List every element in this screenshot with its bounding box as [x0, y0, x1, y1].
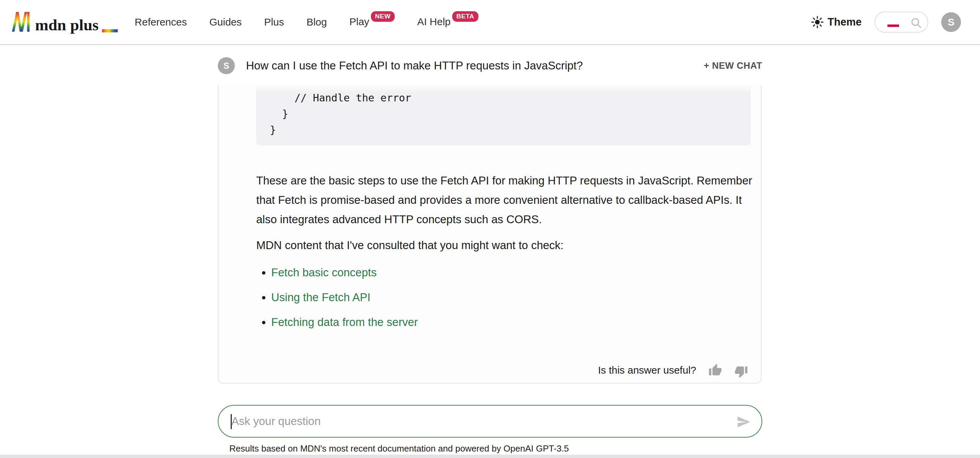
top-navigation-bar: mdn plus References Guides Plus Blog Pla…: [0, 0, 980, 45]
list-item: Fetch basic concepts: [271, 265, 418, 280]
list-item: Using the Fetch API: [271, 289, 418, 305]
search-cursor-bar: [888, 24, 899, 27]
topbar-right-cluster: Theme S: [811, 11, 961, 33]
new-badge: NEW: [371, 11, 395, 22]
code-content: // Handle the error } }: [256, 85, 751, 138]
link-fetch-basic-concepts[interactable]: Fetch basic concepts: [271, 266, 377, 279]
send-button[interactable]: [737, 415, 751, 429]
nav-item-blog[interactable]: Blog: [307, 16, 327, 28]
link-using-the-fetch-api[interactable]: Using the Fetch API: [271, 291, 371, 304]
answer-paragraph: These are the basic steps to use the Fet…: [256, 171, 753, 229]
nav-item-play[interactable]: PlayNEW: [350, 16, 395, 29]
mdn-plus-logo[interactable]: mdn plus: [11, 11, 118, 33]
list-item: Fetching data from the server: [271, 315, 418, 330]
user-avatar[interactable]: S: [941, 12, 961, 32]
beta-badge: BETA: [452, 11, 478, 22]
answer-sources-note: MDN content that I've consulted that you…: [256, 239, 753, 252]
answer-source-links: Fetch basic concepts Using the Fetch API…: [271, 265, 418, 339]
nav-item-play-label: Play: [350, 16, 369, 27]
logo-wordmark: mdn plus: [35, 17, 99, 33]
site-search-input[interactable]: [875, 11, 928, 33]
results-disclaimer: Results based on MDN's most recent docum…: [229, 444, 569, 454]
logo-rainbow-underscore: [102, 29, 118, 32]
main-nav: References Guides Plus Blog PlayNEW AI H…: [135, 16, 479, 29]
thumbs-down-button[interactable]: [734, 363, 748, 377]
chat-user-avatar: S: [218, 57, 235, 74]
sun-icon: [811, 16, 824, 28]
link-fetching-data-from-the-server[interactable]: Fetching data from the server: [271, 316, 418, 328]
page: mdn plus References Guides Plus Blog Pla…: [0, 0, 980, 458]
theme-label: Theme: [827, 16, 862, 28]
theme-toggle-button[interactable]: Theme: [811, 16, 862, 28]
nav-item-ai-help-label: AI Help: [417, 16, 450, 27]
footer-top-edge: [0, 455, 980, 458]
thumbs-down-icon: [734, 365, 748, 378]
search-icon: [910, 17, 922, 29]
answer-card: // Handle the error } } These are the ba…: [218, 85, 762, 383]
ask-question-input[interactable]: [231, 406, 725, 437]
chat-question-header: S How can I use the Fetch API to make HT…: [218, 54, 762, 77]
nav-item-guides[interactable]: Guides: [209, 16, 242, 28]
nav-item-plus[interactable]: Plus: [264, 16, 284, 28]
question-composer: [218, 405, 762, 437]
mdn-m-icon: [11, 11, 30, 32]
thumbs-up-icon: [708, 363, 722, 377]
code-block: // Handle the error } }: [256, 85, 751, 145]
send-icon: [737, 415, 751, 429]
new-chat-button[interactable]: + NEW CHAT: [704, 60, 762, 71]
nav-item-ai-help[interactable]: AI HelpBETA: [417, 16, 479, 29]
chat-question-title: How can I use the Fetch API to make HTTP…: [246, 59, 704, 72]
answer-feedback-row: Is this answer useful?: [598, 363, 748, 377]
nav-item-references[interactable]: References: [135, 16, 187, 28]
feedback-question-label: Is this answer useful?: [598, 364, 696, 376]
thumbs-up-button[interactable]: [708, 363, 722, 377]
